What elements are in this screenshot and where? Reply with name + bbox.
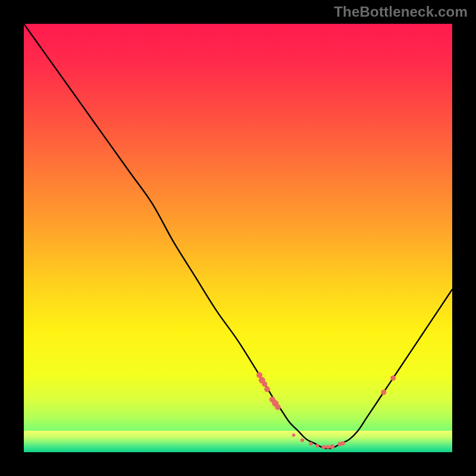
green-strip: [24, 431, 452, 452]
chart-stage: TheBottleneck.com: [0, 0, 476, 476]
plot-area: [24, 24, 452, 452]
data-marker: [326, 445, 330, 449]
bottleneck-plot: [24, 24, 452, 452]
data-marker: [381, 390, 386, 395]
gradient-background: [24, 24, 452, 452]
data-marker: [264, 386, 270, 392]
data-marker: [341, 441, 345, 445]
data-marker: [315, 444, 319, 447]
data-marker: [330, 444, 335, 449]
data-marker: [292, 433, 296, 437]
data-marker: [309, 441, 312, 445]
data-marker: [262, 381, 267, 387]
data-marker: [322, 445, 326, 449]
data-marker: [300, 439, 304, 442]
data-marker: [275, 405, 281, 411]
attribution-label: TheBottleneck.com: [334, 4, 468, 20]
data-marker: [390, 375, 396, 381]
